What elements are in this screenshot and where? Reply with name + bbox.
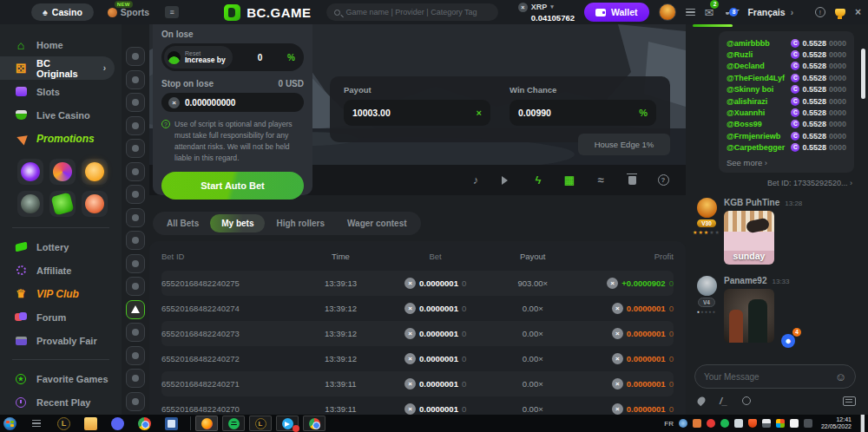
- sports-toggle[interactable]: NEW Sports: [108, 7, 149, 17]
- message-input[interactable]: [704, 372, 835, 382]
- close-icon[interactable]: ×: [855, 6, 861, 18]
- game-shortcut-icon[interactable]: [126, 346, 145, 365]
- piggy-bank-icon[interactable]: [82, 159, 108, 185]
- currency-selector[interactable]: × XRP ▾ 0.04105762: [518, 3, 575, 23]
- win-chance-input[interactable]: 0.00990 %: [510, 100, 656, 126]
- table-row[interactable]: 65520168482240274 13:39:12 ×0.00000010 0…: [161, 296, 674, 321]
- tray-volume-icon[interactable]: [734, 419, 743, 428]
- coin-icon[interactable]: [742, 396, 751, 405]
- table-row[interactable]: 65520168482240271 13:39:11 ×0.00000010 0…: [161, 371, 674, 396]
- trophy-icon[interactable]: [835, 9, 845, 16]
- task-view-icon[interactable]: [30, 417, 43, 430]
- game-shortcut-icon[interactable]: [126, 208, 145, 227]
- sidebar-item-bc-originals[interactable]: ⚄ BC Originals ›: [0, 56, 115, 80]
- tray-app-icon[interactable]: [693, 419, 701, 428]
- coupon-tag-icon[interactable]: [49, 191, 76, 217]
- help-icon[interactable]: ?: [656, 174, 670, 186]
- tray-globe-icon[interactable]: [679, 419, 687, 428]
- tray-app-icon[interactable]: [804, 419, 812, 428]
- discord-icon[interactable]: [111, 417, 124, 430]
- tab-high-rollers[interactable]: High rollers: [265, 214, 336, 232]
- turbo-icon[interactable]: ϟ: [531, 173, 545, 187]
- game-shortcut-icon[interactable]: [126, 116, 145, 135]
- lucky-spin-icon[interactable]: [17, 159, 43, 185]
- chat-rules-icon[interactable]: [843, 396, 856, 406]
- coindrop-icon[interactable]: [82, 191, 108, 217]
- info-icon[interactable]: !: [815, 7, 825, 17]
- sidebar-item-promotions[interactable]: Promotions: [0, 127, 122, 150]
- tray-opera-icon[interactable]: [707, 419, 715, 428]
- chrome-icon[interactable]: [138, 417, 151, 430]
- tray-chart-icon[interactable]: [762, 419, 771, 428]
- start-auto-bet-button[interactable]: Start Auto Bet: [161, 172, 304, 200]
- game-shortcut-icon[interactable]: [126, 185, 145, 204]
- sound-icon[interactable]: [500, 176, 514, 185]
- sidebar-item-lottery[interactable]: Lottery: [0, 235, 122, 259]
- trends-icon[interactable]: ≈: [594, 173, 608, 187]
- sidebar-item-affiliate[interactable]: Affiliate: [0, 259, 122, 282]
- table-row[interactable]: 65520168482240273 13:39:12 ×0.00000010 0…: [161, 321, 674, 346]
- casino-toggle[interactable]: ♠ Casino: [31, 3, 94, 21]
- tip-row[interactable]: @TheFiend4LyfC0.55280000: [727, 72, 846, 83]
- tip-row[interactable]: @Skinny boiC0.55280000: [727, 84, 846, 95]
- trash-icon[interactable]: [625, 176, 639, 185]
- tip-row[interactable]: @RuzliC0.55280000: [727, 49, 846, 60]
- keyboard-language[interactable]: FR: [664, 420, 674, 428]
- table-row[interactable]: 65520168482240275 13:39:13 ×0.00000010 9…: [161, 271, 674, 296]
- tab-my-bets[interactable]: My bets: [210, 214, 265, 232]
- sidebar-item-live-casino[interactable]: Live Casino: [0, 103, 122, 127]
- avatar[interactable]: [697, 198, 717, 218]
- game-shortcut-icon[interactable]: [126, 139, 145, 158]
- tray-windows-icon[interactable]: [776, 419, 785, 428]
- game-shortcut-icon[interactable]: [126, 70, 145, 89]
- word-icon[interactable]: [165, 417, 178, 430]
- mail-button[interactable]: ✉ 2: [705, 4, 714, 20]
- emoji-picker-icon[interactable]: ☺: [835, 370, 846, 383]
- hotkeys-icon[interactable]: ▦: [562, 173, 576, 187]
- telegram-taskbar-button[interactable]: [276, 416, 299, 431]
- game-shortcut-icon[interactable]: [126, 47, 145, 66]
- tip-row[interactable]: @FrmjenriewbC0.55280000: [727, 130, 846, 141]
- game-shortcut-icon-active-rocket[interactable]: [126, 300, 145, 319]
- spotify-taskbar-button[interactable]: [222, 416, 245, 431]
- tab-all-bets[interactable]: All Bets: [155, 214, 210, 232]
- game-shortcut-icon[interactable]: [126, 254, 145, 273]
- nav-menu-button[interactable]: ≡: [165, 6, 179, 18]
- show-desktop-button[interactable]: [860, 415, 865, 432]
- rain-icon[interactable]: [696, 396, 707, 407]
- bc-game-logo[interactable]: BC.GAME: [224, 4, 311, 21]
- user-avatar[interactable]: [659, 3, 676, 21]
- bets-list-icon[interactable]: [686, 9, 695, 16]
- commands-icon[interactable]: /_: [720, 396, 727, 406]
- sidebar-item-provably-fair[interactable]: Provably Fair: [0, 329, 122, 352]
- payout-input[interactable]: 10003.00 ×: [344, 100, 490, 126]
- tray-spotify-icon[interactable]: [720, 419, 729, 428]
- sidebar-item-vip-club[interactable]: ♛ VIP Club: [0, 282, 122, 305]
- wallet-button[interactable]: Wallet: [584, 3, 649, 22]
- chat-scrollbar[interactable]: [861, 49, 865, 99]
- sidebar-item-slots[interactable]: Slots: [0, 80, 122, 103]
- league-of-legends-icon[interactable]: L: [57, 417, 70, 430]
- game-shortcut-icon[interactable]: [126, 231, 145, 250]
- chat-gif-sunday[interactable]: sunday: [724, 211, 774, 265]
- tray-flag-icon[interactable]: [790, 419, 799, 428]
- tip-row[interactable]: @alishiraziC0.55280000: [727, 95, 846, 107]
- game-shortcut-icon[interactable]: [126, 392, 145, 411]
- emoji-reaction[interactable]: ☻ 4: [781, 334, 795, 348]
- firefox-taskbar-button[interactable]: [195, 416, 218, 431]
- start-button[interactable]: [3, 417, 16, 430]
- game-shortcut-icon[interactable]: [126, 369, 145, 388]
- tip-row[interactable]: @amirbbbbC0.55280000: [727, 37, 846, 49]
- see-more-link[interactable]: See more ›: [727, 158, 846, 167]
- avatar[interactable]: [697, 276, 717, 296]
- sidebar-item-forum[interactable]: Forum: [0, 305, 122, 329]
- game-shortcut-icon[interactable]: [126, 162, 145, 181]
- reset-increase-toggle[interactable]: Reset Increase by: [164, 46, 233, 69]
- chat-bet-id-link[interactable]: Bet ID: 17335292520... ›: [767, 179, 852, 187]
- tip-row[interactable]: @CarpetbeggerC0.55280000: [727, 142, 846, 154]
- message-username[interactable]: KGB PuhTine: [724, 198, 779, 207]
- table-row[interactable]: 65520168482240272 13:39:12 ×0.00000010 0…: [161, 346, 674, 371]
- tip-row[interactable]: @DeclandC0.55280000: [727, 61, 846, 72]
- tab-wager-contest[interactable]: Wager contest: [336, 214, 418, 232]
- message-username[interactable]: Paname92: [724, 276, 766, 285]
